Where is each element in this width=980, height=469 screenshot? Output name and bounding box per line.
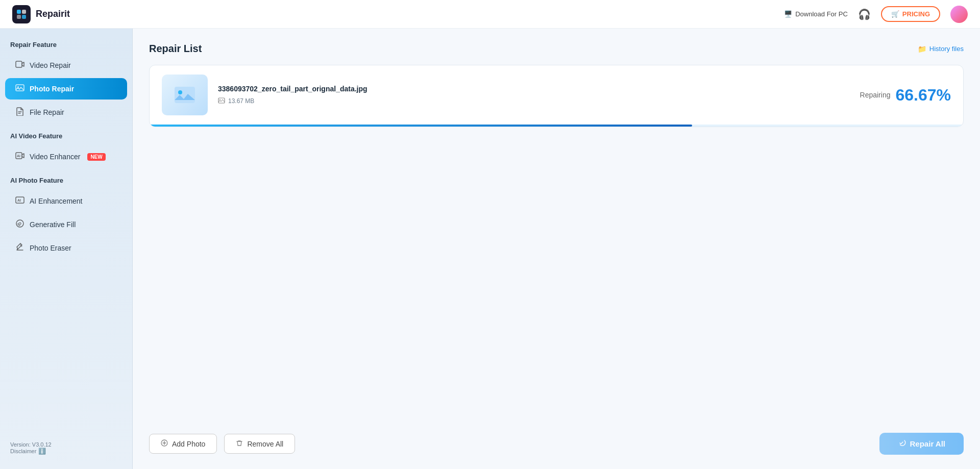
content-area: Repair List 📁 History files 3386093702_z… [133,29,980,469]
file-info: 3386093702_zero_tail_part_orignal_data.j… [218,85,850,106]
generative-fill-label: Generative Fill [30,220,76,229]
ai-video-feature-title: AI Video Feature [0,132,132,145]
trash-icon [236,439,243,448]
svg-rect-5 [16,85,24,91]
bottom-toolbar: Add Photo Remove All [149,423,964,455]
sidebar: Repair Feature Video Repair Photo Repair [0,29,133,469]
file-size-icon [218,97,225,106]
file-repair-icon [15,107,24,118]
support-icon[interactable]: 🎧 [858,8,871,20]
video-repair-icon [15,60,24,71]
svg-text:AI: AI [17,199,21,202]
main-layout: Repair Feature Video Repair Photo Repair [0,29,980,469]
sidebar-footer: Version: V3.0.12 Disclaimer ℹ️ [0,435,132,461]
svg-text:AI: AI [17,154,20,158]
repair-list-title: Repair List [149,43,202,55]
history-files-label: History files [929,45,964,53]
disclaimer-label: Disclaimer [10,448,36,454]
sidebar-item-generative-fill[interactable]: Generative Fill [5,214,127,235]
cart-icon: 🛒 [891,10,899,18]
avatar[interactable] [950,6,968,23]
svg-rect-3 [22,15,26,19]
logo-text: Repairit [36,9,70,19]
svg-point-12 [19,223,21,225]
sidebar-item-file-repair[interactable]: File Repair [5,102,127,123]
video-enhancer-label: Video Enhancer [30,153,80,161]
sidebar-item-photo-eraser[interactable]: Photo Eraser [5,237,127,259]
svg-rect-2 [17,15,21,19]
repair-status: Repairing 66.67% [860,86,951,105]
logo-icon [12,5,31,23]
download-pc-button[interactable]: 🖥️ Download For PC [784,10,848,18]
svg-rect-13 [175,87,195,103]
progress-bar-container [150,125,963,127]
sidebar-item-ai-enhancement[interactable]: AI AI Enhancement [5,190,127,212]
generative-fill-icon [15,219,24,230]
photo-repair-icon [15,83,24,94]
repairing-label: Repairing [860,91,891,99]
file-size: 13.67 MB [218,97,850,106]
repair-all-button[interactable]: Repair All [879,433,964,455]
header-actions: 🖥️ Download For PC 🎧 🛒 PRICING [784,6,968,23]
progress-bar-fill [150,125,692,127]
sidebar-item-video-repair[interactable]: Video Repair [5,55,127,76]
header: Repairit 🖥️ Download For PC 🎧 🛒 PRICING [0,0,980,29]
photo-eraser-label: Photo Eraser [30,244,71,252]
file-repair-label: File Repair [30,108,64,116]
monitor-icon: 🖥️ [784,10,792,18]
file-size-value: 13.67 MB [228,97,254,105]
disclaimer-button[interactable]: Disclaimer ℹ️ [10,448,122,455]
ai-enhancement-icon: AI [15,195,24,207]
ai-photo-feature-title: AI Photo Feature [0,177,132,189]
remove-all-button[interactable]: Remove All [224,434,295,454]
sidebar-item-photo-repair[interactable]: Photo Repair [5,78,127,100]
svg-rect-0 [17,10,21,14]
photo-eraser-icon [15,242,24,254]
repair-card: 3386093702_zero_tail_part_orignal_data.j… [149,65,964,127]
new-badge: NEW [87,153,105,161]
info-icon: ℹ️ [38,448,46,455]
file-thumbnail [162,75,208,115]
add-icon [161,439,168,448]
svg-rect-1 [22,10,26,14]
photo-repair-label: Photo Repair [30,85,74,93]
folder-icon: 📁 [918,45,926,53]
svg-point-14 [178,90,182,94]
repair-feature-title: Repair Feature [0,41,132,54]
svg-point-11 [16,220,23,227]
video-repair-label: Video Repair [30,61,71,69]
sidebar-item-video-enhancer[interactable]: AI Video Enhancer NEW [5,146,127,167]
logo-area: Repairit [12,5,70,23]
content-header: Repair List 📁 History files [149,43,964,55]
repair-item: 3386093702_zero_tail_part_orignal_data.j… [150,65,963,125]
add-photo-button[interactable]: Add Photo [149,434,217,454]
history-files-button[interactable]: 📁 History files [918,45,964,53]
file-name: 3386093702_zero_tail_part_orignal_data.j… [218,85,850,93]
ai-enhancement-label: AI Enhancement [30,197,83,205]
svg-point-16 [219,99,220,100]
pricing-button[interactable]: 🛒 PRICING [881,6,940,22]
video-enhancer-icon: AI [15,151,24,162]
svg-rect-4 [16,61,22,67]
bottom-left-buttons: Add Photo Remove All [149,434,295,454]
repair-icon [898,439,906,449]
repair-percent: 66.67% [895,86,951,105]
version-label: Version: V3.0.12 [10,441,122,448]
